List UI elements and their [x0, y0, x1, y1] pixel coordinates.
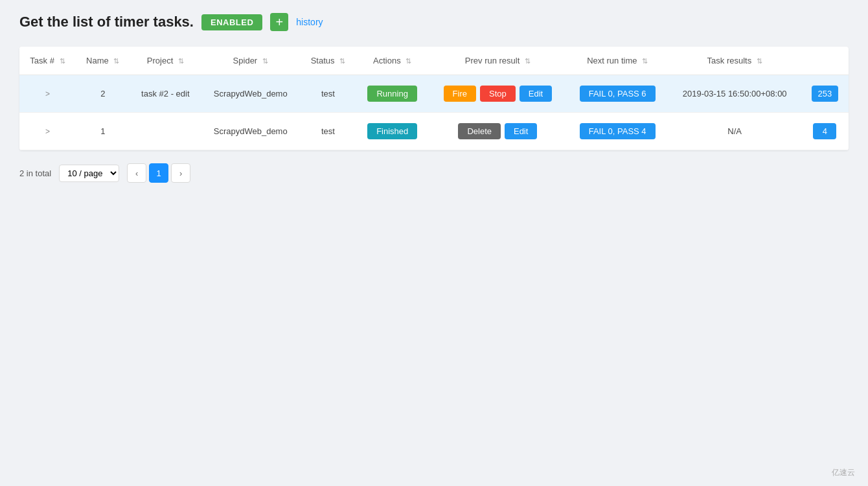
col-status: Status ⇅	[300, 47, 356, 75]
page-header: Get the list of timer tasks. ENABLED + h…	[19, 13, 849, 31]
sort-icon-actions[interactable]: ⇅	[405, 57, 411, 65]
edit-button[interactable]: Edit	[520, 86, 552, 102]
table-row: >2task #2 - editScrapydWeb_demotestRunni…	[19, 75, 849, 113]
enabled-badge: ENABLED	[201, 14, 262, 30]
expand-icon[interactable]: >	[45, 89, 50, 98]
table-container: Task # ⇅ Name ⇅ Project ⇅ Spider ⇅	[19, 47, 849, 150]
prev-page-button[interactable]: ‹	[127, 163, 146, 183]
col-name: Name ⇅	[76, 47, 130, 75]
sort-icon-name[interactable]: ⇅	[113, 57, 119, 65]
table-row: >1ScrapydWeb_demotestFinishedDeleteEditF…	[19, 113, 849, 150]
page-size-select[interactable]: 10 / page 20 / page 50 / page	[59, 165, 119, 182]
table-header: Task # ⇅ Name ⇅ Project ⇅ Spider ⇅	[19, 47, 849, 75]
sort-icon-project[interactable]: ⇅	[178, 57, 184, 65]
status-badge: Finished	[367, 123, 417, 139]
prev-run-result-cell: FAIL 0, PASS 6	[567, 75, 668, 113]
sort-icon-task-results[interactable]: ⇅	[757, 57, 762, 65]
status-cell: Finished	[356, 113, 429, 150]
fire-button[interactable]: Fire	[444, 86, 476, 102]
sort-icon-spider[interactable]: ⇅	[262, 57, 268, 65]
status-badge: Running	[367, 86, 417, 102]
expand-cell: >	[19, 75, 76, 113]
col-project: Project ⇅	[130, 47, 201, 75]
next-page-button[interactable]: ›	[171, 163, 190, 183]
sort-icon-task-num[interactable]: ⇅	[60, 57, 65, 65]
delete-button[interactable]: Delete	[458, 123, 501, 139]
project-cell: ScrapydWeb_demo	[201, 113, 300, 150]
status-cell: Running	[356, 75, 429, 113]
history-link[interactable]: history	[296, 17, 323, 27]
name-cell	[130, 113, 201, 150]
pagination-controls: ‹ 1 ›	[127, 163, 190, 183]
col-spider: Spider ⇅	[201, 47, 300, 75]
page-1-button[interactable]: 1	[149, 163, 168, 183]
expand-icon[interactable]: >	[45, 127, 50, 136]
col-task-results: Task results ⇅	[668, 47, 801, 75]
sort-icon-status[interactable]: ⇅	[339, 57, 345, 65]
col-prev-run-result: Prev run result ⇅	[429, 47, 567, 75]
task-num-cell: 1	[76, 113, 130, 150]
total-count: 2 in total	[19, 168, 51, 178]
stop-button[interactable]: Stop	[480, 86, 516, 102]
task-num-cell: 2	[76, 75, 130, 113]
sort-icon-next-run-time[interactable]: ⇅	[642, 57, 648, 65]
prev-run-result-badge: FAIL 0, PASS 4	[580, 123, 656, 139]
col-task-num: Task # ⇅	[19, 47, 76, 75]
task-results-badge[interactable]: 253	[812, 86, 839, 102]
prev-run-result-cell: FAIL 0, PASS 4	[567, 113, 668, 150]
name-cell: task #2 - edit	[130, 75, 201, 113]
task-results-cell: 253	[801, 75, 849, 113]
spider-cell: test	[300, 75, 356, 113]
actions-cell: DeleteEdit	[429, 113, 567, 150]
tasks-table: Task # ⇅ Name ⇅ Project ⇅ Spider ⇅	[19, 47, 849, 150]
spider-cell: test	[300, 113, 356, 150]
table-body: >2task #2 - editScrapydWeb_demotestRunni…	[19, 75, 849, 150]
sort-icon-prev-run-result[interactable]: ⇅	[525, 57, 531, 65]
edit-button[interactable]: Edit	[505, 123, 537, 139]
pagination-bar: 2 in total 10 / page 20 / page 50 / page…	[19, 163, 849, 183]
watermark: 亿速云	[832, 467, 855, 478]
page-title: Get the list of timer tasks.	[19, 14, 194, 30]
expand-cell: >	[19, 113, 76, 150]
next-run-time-cell: N/A	[668, 113, 801, 150]
next-run-time-cell: 2019-03-15 16:50:00+08:00	[668, 75, 801, 113]
task-results-cell: 4	[801, 113, 849, 150]
project-cell: ScrapydWeb_demo	[201, 75, 300, 113]
col-actions: Actions ⇅	[356, 47, 429, 75]
col-next-run-time: Next run time ⇅	[567, 47, 668, 75]
page-container: Get the list of timer tasks. ENABLED + h…	[0, 0, 868, 486]
prev-run-result-badge: FAIL 0, PASS 6	[580, 86, 656, 102]
task-results-badge[interactable]: 4	[813, 123, 836, 139]
actions-cell: FireStopEdit	[429, 75, 567, 113]
add-button[interactable]: +	[270, 13, 288, 31]
